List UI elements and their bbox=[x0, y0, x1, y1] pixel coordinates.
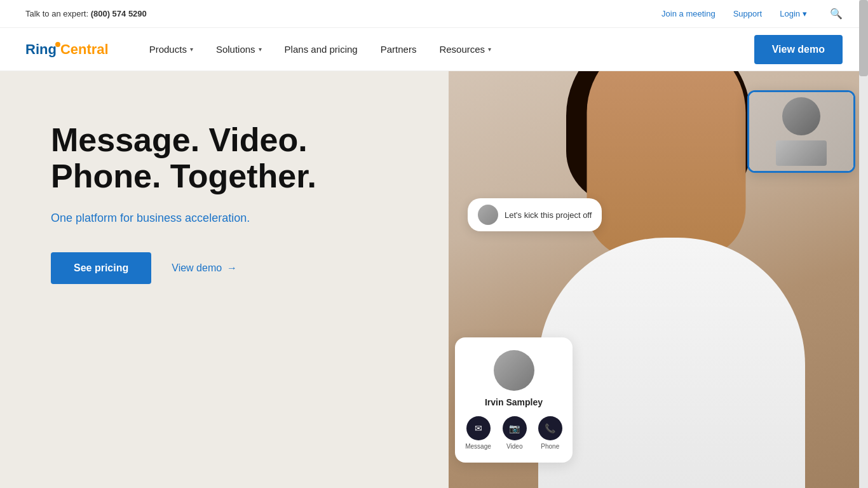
logo[interactable]: RingCentral bbox=[25, 41, 109, 58]
phone-number[interactable]: (800) 574 5290 bbox=[91, 9, 147, 18]
nav-item-solutions[interactable]: Solutions ▾ bbox=[206, 39, 272, 60]
hero-background-photo: Let's kick this project off Irvin Sample… bbox=[449, 71, 868, 488]
woman-face bbox=[587, 71, 746, 259]
hero-section: Let's kick this project off Irvin Sample… bbox=[0, 71, 868, 488]
nav-item-plans-pricing[interactable]: Plans and pricing bbox=[275, 39, 368, 60]
products-chevron-icon: ▾ bbox=[190, 46, 193, 53]
bubble-avatar bbox=[478, 205, 498, 225]
contact-name: Irvin Sampley bbox=[485, 397, 543, 407]
resources-chevron-icon: ▾ bbox=[488, 46, 491, 53]
hero-subtitle-highlight: business acceleration bbox=[137, 212, 247, 224]
phone-action-label: Phone bbox=[541, 443, 559, 450]
talk-to-expert-label: Talk to an expert: (800) 574 5290 bbox=[25, 9, 147, 18]
view-demo-button[interactable]: View demo bbox=[754, 35, 843, 64]
solutions-chevron-icon: ▾ bbox=[259, 46, 262, 53]
arrow-icon: → bbox=[227, 262, 237, 274]
see-pricing-button[interactable]: See pricing bbox=[51, 252, 151, 284]
hero-content: Message. Video. Phone. Together. One pla… bbox=[0, 71, 316, 284]
video-action[interactable]: 📷 Video bbox=[503, 416, 527, 450]
join-meeting-link[interactable]: Join a meeting bbox=[661, 9, 715, 18]
contact-avatar bbox=[494, 350, 534, 391]
contact-card: Irvin Sampley ✉ Message 📷 Video 📞 Phone bbox=[455, 337, 573, 463]
logo-dot bbox=[55, 42, 60, 47]
hero-title: Message. Video. Phone. Together. bbox=[51, 122, 316, 194]
message-action[interactable]: ✉ Message bbox=[465, 416, 491, 450]
video-call-content bbox=[749, 92, 853, 171]
video-action-label: Video bbox=[506, 443, 522, 450]
search-icon[interactable]: 🔍 bbox=[830, 8, 843, 20]
phone-action[interactable]: 📞 Phone bbox=[538, 416, 562, 450]
logo-central: Central bbox=[60, 41, 109, 58]
hero-buttons: See pricing View demo → bbox=[51, 252, 316, 284]
nav-links: Products ▾ Solutions ▾ Plans and pricing… bbox=[139, 39, 754, 60]
login-chevron-icon: ▾ bbox=[803, 9, 807, 18]
video-call-overlay bbox=[747, 90, 855, 173]
support-link[interactable]: Support bbox=[733, 9, 763, 18]
nav-bar: RingCentral Products ▾ Solutions ▾ Plans… bbox=[0, 28, 868, 71]
bubble-text: Let's kick this project off bbox=[505, 210, 592, 220]
top-bar: Talk to an expert: (800) 574 5290 Join a… bbox=[0, 0, 868, 28]
message-action-label: Message bbox=[465, 443, 491, 450]
nav-item-partners[interactable]: Partners bbox=[370, 39, 427, 60]
phone-action-icon: 📞 bbox=[538, 416, 562, 440]
nav-item-products[interactable]: Products ▾ bbox=[139, 39, 203, 60]
scrollbar[interactable] bbox=[859, 0, 868, 488]
nav-item-resources[interactable]: Resources ▾ bbox=[429, 39, 501, 60]
scrollbar-thumb[interactable] bbox=[859, 0, 868, 76]
view-demo-link[interactable]: View demo → bbox=[172, 262, 237, 274]
video-action-icon: 📷 bbox=[503, 416, 527, 440]
message-bubble: Let's kick this project off bbox=[468, 198, 602, 231]
message-action-icon: ✉ bbox=[466, 416, 491, 440]
hero-subtitle: One platform for business acceleration. bbox=[51, 210, 316, 227]
login-button[interactable]: Login ▾ bbox=[780, 9, 807, 18]
logo-ring: Ring bbox=[25, 41, 57, 58]
contact-actions: ✉ Message 📷 Video 📞 Phone bbox=[465, 416, 562, 450]
top-bar-links: Join a meeting Support Login ▾ 🔍 bbox=[661, 8, 843, 20]
woman-shirt bbox=[538, 238, 805, 488]
top-bar-contact: Talk to an expert: (800) 574 5290 bbox=[25, 9, 147, 18]
